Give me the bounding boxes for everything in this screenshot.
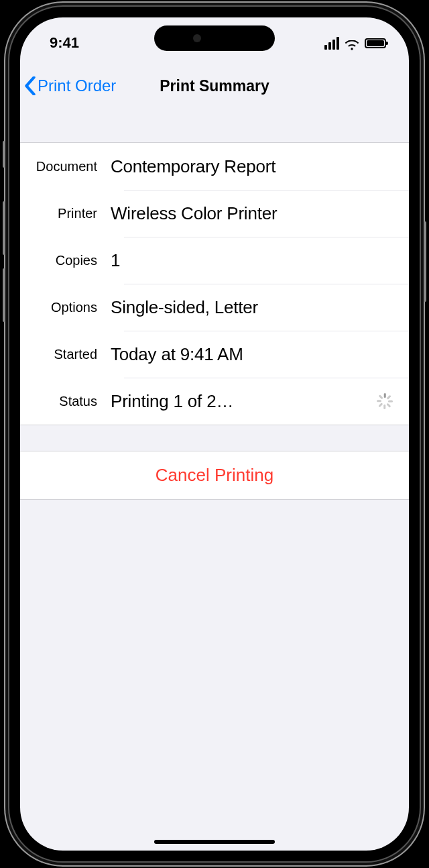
navbar: Print Order Print Summary	[20, 56, 409, 109]
screen: 9:41 Print Order Print Summary Document …	[20, 17, 409, 851]
value-started: Today at 9:41 AM	[111, 344, 395, 365]
label-started: Started	[34, 347, 111, 362]
spinner-icon	[377, 393, 393, 409]
mute-switch	[3, 141, 5, 168]
value-copies: 1	[111, 250, 395, 271]
label-printer: Printer	[34, 206, 111, 221]
home-indicator[interactable]	[154, 840, 275, 844]
volume-up	[3, 201, 5, 255]
chevron-left-icon	[24, 76, 36, 95]
cancel-printing-button[interactable]: Cancel Printing	[20, 451, 409, 500]
back-label: Print Order	[38, 76, 116, 95]
cellular-icon	[324, 37, 339, 50]
cancel-label: Cancel Printing	[156, 465, 273, 485]
value-options: Single-sided, Letter	[111, 297, 395, 318]
value-status: Printing 1 of 2…	[111, 391, 377, 412]
print-details: Document Contemporary Report Printer Wir…	[20, 142, 409, 425]
dynamic-island	[154, 25, 275, 51]
page-title: Print Summary	[160, 77, 269, 95]
device-frame: 9:41 Print Order Print Summary Document …	[9, 7, 420, 861]
volume-down	[3, 268, 5, 322]
status-indicators	[324, 37, 386, 50]
row-options: Options Single-sided, Letter	[20, 284, 409, 331]
row-document: Document Contemporary Report	[20, 143, 409, 190]
row-copies: Copies 1	[20, 237, 409, 284]
value-document: Contemporary Report	[111, 156, 395, 177]
label-document: Document	[34, 159, 111, 174]
back-button[interactable]: Print Order	[24, 76, 116, 95]
power-button	[424, 221, 426, 302]
value-printer: Wireless Color Printer	[111, 203, 395, 224]
label-copies: Copies	[34, 253, 111, 268]
status-time: 9:41	[50, 34, 79, 52]
label-status: Status	[34, 394, 111, 409]
row-started: Started Today at 9:41 AM	[20, 331, 409, 378]
battery-icon	[365, 38, 386, 48]
label-options: Options	[34, 300, 111, 315]
wifi-icon	[345, 38, 359, 48]
row-status: Status Printing 1 of 2…	[20, 378, 409, 425]
row-printer: Printer Wireless Color Printer	[20, 190, 409, 237]
